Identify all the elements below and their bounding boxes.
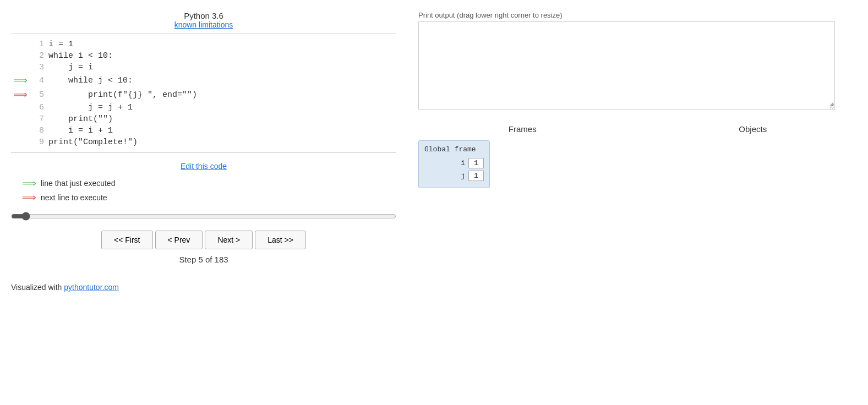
bottom-separator xyxy=(11,152,396,153)
arrow-cell xyxy=(11,113,30,125)
arrow-cell xyxy=(11,136,30,148)
code-line: i = i + 1 xyxy=(46,125,396,136)
frame-var-name: i xyxy=(461,159,465,167)
slider-container[interactable] xyxy=(11,211,396,223)
table-row: 3 j = i xyxy=(11,62,396,73)
table-row: 1i = 1 xyxy=(11,39,396,50)
step-slider[interactable] xyxy=(11,211,396,221)
edit-code-link[interactable]: Edit this code xyxy=(11,162,396,171)
line-number: 7 xyxy=(30,113,46,125)
frames-section: Frames Global frame i1j1 xyxy=(418,124,627,188)
code-line: j = i xyxy=(46,62,396,73)
footer-text: Visualized with xyxy=(11,283,64,292)
pythontutor-link[interactable]: pythontutor.com xyxy=(64,283,119,292)
code-line: while i < 10: xyxy=(46,50,396,62)
python-version-title: Python 3.6 xyxy=(11,11,396,20)
right-panel: Print output (drag lower right corner to… xyxy=(418,11,857,272)
code-header: Python 3.6 known limitations xyxy=(11,11,396,29)
red-legend-item: ⟹ next line to execute xyxy=(22,191,396,204)
arrow-cell xyxy=(11,62,30,73)
table-row: 2while i < 10: xyxy=(11,50,396,62)
green-legend-item: ⟹ line that just executed xyxy=(22,177,396,189)
table-row: 9print("Complete!") xyxy=(11,136,396,148)
line-number: 1 xyxy=(30,39,46,50)
line-number: 3 xyxy=(30,62,46,73)
arrow-cell xyxy=(11,125,30,136)
frame-var-row: i1 xyxy=(424,158,484,168)
global-frame-title: Global frame xyxy=(424,145,484,154)
line-number: 6 xyxy=(30,102,46,113)
green-arrow-icon: ⟹ xyxy=(22,177,36,189)
table-row: ⟹5 print(f"{j} ", end="") xyxy=(11,87,396,102)
objects-section: Objects xyxy=(649,124,858,188)
frame-var-value: 1 xyxy=(468,158,484,168)
line-number: 9 xyxy=(30,136,46,148)
frame-var-value: 1 xyxy=(468,171,484,181)
next-button[interactable]: Next > xyxy=(205,231,253,249)
arrow-cell xyxy=(11,102,30,113)
code-line: while j < 10: xyxy=(46,73,396,87)
arrow-cell xyxy=(11,50,30,62)
resize-indicator: ◢ xyxy=(829,100,833,108)
frame-vars: i1j1 xyxy=(424,158,484,181)
arrow-cell: ⟹ xyxy=(11,87,30,102)
first-button[interactable]: << First xyxy=(101,231,152,249)
code-line: j = j + 1 xyxy=(46,102,396,113)
main-container: Python 3.6 known limitations 1i = 12whil… xyxy=(0,0,868,283)
frame-var-row: j1 xyxy=(424,171,484,181)
line-number: 4 xyxy=(30,73,46,87)
prev-button[interactable]: < Prev xyxy=(155,231,203,249)
green-legend-label: line that just executed xyxy=(41,179,115,188)
red-legend-label: next line to execute xyxy=(41,193,107,202)
frames-title: Frames xyxy=(418,124,627,134)
objects-title: Objects xyxy=(649,124,858,134)
line-number: 2 xyxy=(30,50,46,62)
print-output-box[interactable]: ◢ xyxy=(418,21,835,110)
known-limitations-link[interactable]: known limitations xyxy=(174,20,233,29)
arrow-cell xyxy=(11,39,30,50)
arrow-cell: ⟹ xyxy=(11,73,30,87)
red-arrow-icon: ⟹ xyxy=(22,191,36,204)
legend: ⟹ line that just executed ⟹ next line to… xyxy=(22,177,396,204)
line-number: 8 xyxy=(30,125,46,136)
top-separator xyxy=(11,34,396,34)
line-number: 5 xyxy=(30,87,46,102)
last-button[interactable]: Last >> xyxy=(255,231,306,249)
print-output-label: Print output (drag lower right corner to… xyxy=(418,11,857,19)
frame-var-name: j xyxy=(461,172,465,180)
code-line: print("Complete!") xyxy=(46,136,396,148)
global-frame-box: Global frame i1j1 xyxy=(418,140,490,188)
table-row: ⟹4 while j < 10: xyxy=(11,73,396,87)
code-line: i = 1 xyxy=(46,39,396,50)
table-row: 6 j = j + 1 xyxy=(11,102,396,113)
frames-objects: Frames Global frame i1j1 Objects xyxy=(418,124,857,188)
step-info: Step 5 of 183 xyxy=(11,255,396,264)
code-table: 1i = 12while i < 10:3 j = i⟹4 while j < … xyxy=(11,39,396,148)
nav-buttons: << First < Prev Next > Last >> xyxy=(11,231,396,249)
footer: Visualized with pythontutor.com xyxy=(0,283,868,297)
left-panel: Python 3.6 known limitations 1i = 12whil… xyxy=(11,11,396,272)
code-line: print(f"{j} ", end="") xyxy=(46,87,396,102)
table-row: 7 print("") xyxy=(11,113,396,125)
table-row: 8 i = i + 1 xyxy=(11,125,396,136)
green-arrow-icon: ⟹ xyxy=(13,75,28,86)
red-arrow-icon: ⟹ xyxy=(13,90,28,101)
code-line: print("") xyxy=(46,113,396,125)
